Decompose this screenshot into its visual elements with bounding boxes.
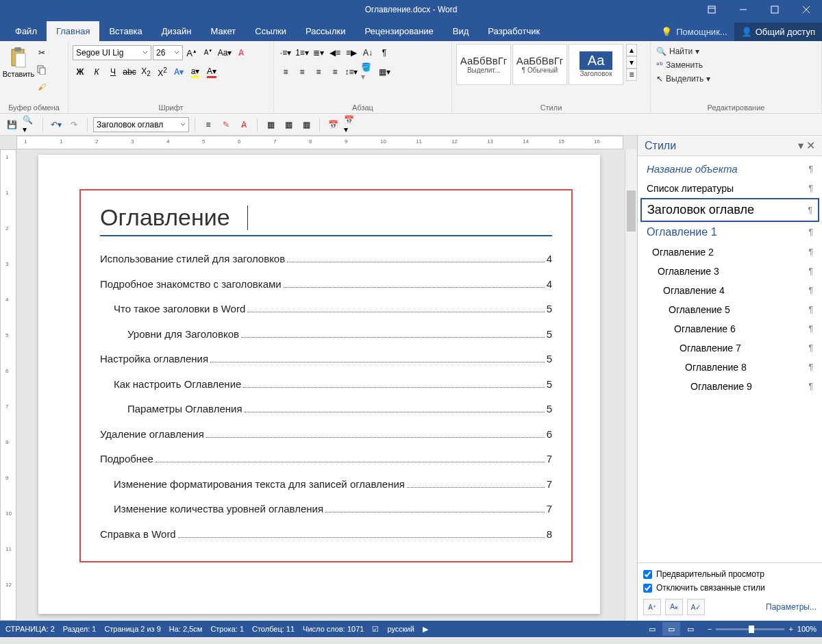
preview-checkbox[interactable]: Предварительный просмотр [642, 567, 818, 581]
sort-button[interactable]: A↓ [360, 45, 375, 60]
vertical-ruler[interactable]: 1123456789101112 [0, 149, 16, 621]
disable-linked-checkbox-input[interactable] [643, 584, 652, 593]
multilevel-button[interactable]: ≣▾ [311, 45, 326, 60]
style-list-item[interactable]: Оглавление 9¶ [640, 377, 819, 396]
status-macro[interactable]: ▶ [423, 625, 428, 634]
tab-insert[interactable]: Вставка [99, 21, 151, 41]
style-list-item[interactable]: Название объекта¶ [640, 159, 819, 179]
find-button[interactable]: 🔍Найти▾ [655, 45, 817, 58]
toc-entry[interactable]: Изменение количества уровней оглавления7 [100, 501, 552, 517]
undo-button[interactable]: ↶▾ [49, 117, 64, 132]
page[interactable]: Оглавление Использование стилей для заго… [38, 155, 600, 614]
styles-scroll-up[interactable]: ▴ [626, 44, 637, 56]
status-page[interactable]: СТРАНИЦА: 2 [5, 625, 55, 633]
qat-btn-6[interactable]: ▦ [299, 117, 314, 132]
style-quick-3[interactable]: Аа Заголовок [569, 44, 623, 85]
toc-entry[interactable]: Параметры Оглавления5 [100, 401, 552, 417]
style-list-item[interactable]: Оглавление 6¶ [640, 319, 819, 338]
qat-btn-4[interactable]: ▦ [263, 117, 278, 132]
style-list-item[interactable]: Оглавление 2¶ [640, 243, 819, 262]
view-print-layout[interactable]: ▭ [662, 622, 680, 636]
redo-button[interactable]: ↷ [66, 117, 82, 132]
status-section[interactable]: Раздел: 1 [63, 625, 97, 633]
superscript-button[interactable]: X2 [155, 64, 170, 79]
document-area[interactable]: 112345678910111213141516 112345678910111… [0, 136, 637, 621]
qat-btn-7[interactable]: 📅 [325, 117, 340, 132]
replace-button[interactable]: ᵃᵇЗаменить [655, 59, 817, 71]
view-web-layout[interactable]: ▭ [682, 622, 699, 636]
manage-styles-button[interactable]: A✓ [687, 599, 705, 615]
grow-font-button[interactable]: A▲ [184, 45, 199, 60]
italic-button[interactable]: К [89, 64, 104, 79]
decrease-indent-button[interactable]: ◀≡ [327, 45, 342, 60]
align-center-button[interactable]: ≡ [295, 64, 310, 79]
styles-expand[interactable]: ≡ [626, 69, 637, 81]
preview-checkbox-input[interactable] [643, 570, 652, 579]
shading-button[interactable]: 🪣▾ [360, 64, 375, 79]
style-list-item[interactable]: Список литературы¶ [640, 179, 819, 198]
underline-button[interactable]: Ч [105, 64, 121, 79]
style-list-item[interactable]: Оглавление 3¶ [640, 262, 819, 281]
font-size-selector[interactable]: 26 [153, 45, 183, 60]
vertical-scrollbar[interactable] [625, 149, 637, 621]
toc-title[interactable]: Оглавление [100, 204, 552, 236]
share-button[interactable]: 👤 Общий доступ [734, 23, 822, 41]
toc-entry[interactable]: Справка в Word8 [100, 527, 552, 543]
justify-button[interactable]: ≡ [327, 64, 342, 79]
tell-me[interactable]: 💡 Помощник... [654, 27, 734, 37]
minimize-button[interactable] [727, 0, 759, 19]
qat-btn-3[interactable]: A̷ [236, 117, 251, 132]
tab-developer[interactable]: Разработчик [478, 21, 549, 41]
preview-button[interactable]: 🔍▾ [22, 117, 37, 132]
status-spell[interactable]: ☑ [372, 625, 379, 634]
qat-btn-8[interactable]: 📅▾ [343, 117, 358, 132]
change-case-button[interactable]: Aa▾ [217, 45, 232, 60]
copy-button[interactable] [34, 62, 49, 77]
save-button[interactable]: 💾 [4, 117, 19, 132]
status-line[interactable]: Строка: 1 [210, 625, 244, 633]
bold-button[interactable]: Ж [73, 64, 88, 79]
toc-entry[interactable]: Подробное знакомство с заголовками4 [100, 277, 552, 293]
horizontal-ruler[interactable]: 112345678910111213141516 [16, 136, 623, 149]
toc-entry[interactable]: Уровни для Заголовков5 [100, 327, 552, 343]
toc-entry[interactable]: Настройка оглавления5 [100, 351, 552, 367]
status-pages[interactable]: Страница 2 из 9 [104, 625, 160, 633]
style-quick-1[interactable]: АаБбВвГг Выделит... [456, 44, 511, 85]
zoom-thumb[interactable] [749, 626, 754, 633]
tab-design[interactable]: Дизайн [152, 21, 201, 41]
tab-home[interactable]: Главная [47, 21, 99, 41]
align-right-button[interactable]: ≡ [311, 64, 326, 79]
line-spacing-button[interactable]: ↕≡▾ [344, 64, 359, 79]
styles-list[interactable]: Название объекта¶Список литературы¶Загол… [638, 156, 822, 562]
toc-entry[interactable]: Как настроить Оглавление5 [100, 377, 552, 393]
text-effects-button[interactable]: A▾ [171, 64, 186, 79]
styles-params-link[interactable]: Параметры... [766, 602, 817, 612]
numbering-button[interactable]: 1≡▾ [295, 45, 310, 60]
tab-references[interactable]: Ссылки [245, 21, 296, 41]
style-list-item[interactable]: Оглавление 7¶ [640, 338, 819, 358]
zoom-slider[interactable] [716, 628, 784, 630]
style-list-item[interactable]: Оглавление 4¶ [640, 281, 819, 300]
toc-entry[interactable]: Подробнее7 [100, 451, 552, 467]
highlight-button[interactable]: a▾ [188, 64, 203, 79]
status-language[interactable]: русский [387, 625, 414, 633]
style-list-item[interactable]: Оглавление 5¶ [640, 300, 819, 319]
show-marks-button[interactable]: ¶ [377, 45, 392, 60]
style-quick-2[interactable]: АаБбВвГг ¶ Обычный [512, 44, 567, 85]
status-words[interactable]: Число слов: 1071 [303, 625, 364, 633]
qat-btn-2[interactable]: ✎ [219, 117, 234, 132]
style-list-item[interactable]: Заголовок оглавле¶ [640, 198, 819, 222]
view-read-mode[interactable]: ▭ [643, 622, 661, 636]
style-list-item[interactable]: Оглавление 1¶ [640, 222, 819, 243]
align-left-button[interactable]: ≡ [278, 64, 293, 79]
tab-review[interactable]: Рецензирование [355, 21, 443, 41]
font-name-selector[interactable]: Segoe UI Lig [73, 45, 151, 60]
style-inspector-button[interactable]: A𝄪 [665, 599, 683, 615]
tab-view[interactable]: Вид [443, 21, 479, 41]
scrollbar-thumb[interactable] [627, 190, 636, 232]
zoom-in-button[interactable]: + [788, 625, 793, 633]
bullets-button[interactable]: ∙≡▾ [278, 45, 293, 60]
borders-button[interactable]: ▦▾ [377, 64, 392, 79]
style-selector[interactable]: Заголовок оглавл [93, 117, 189, 132]
style-list-item[interactable]: Оглавление 8¶ [640, 358, 819, 377]
